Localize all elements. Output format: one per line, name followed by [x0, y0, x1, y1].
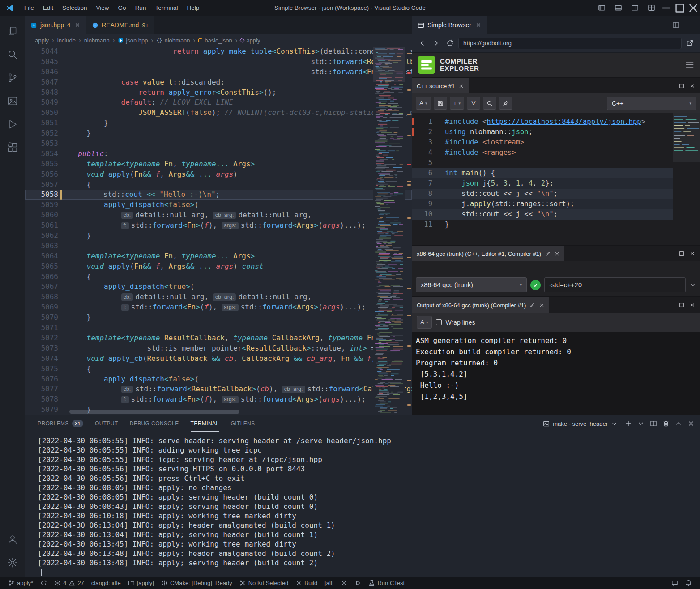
editor-line[interactable]: 5052 }: [25, 128, 412, 139]
editor-line[interactable]: 5061 f:std::forward<Fn>(f), args:std::fo…: [25, 220, 412, 231]
godbolt-source-editor[interactable]: 1#include <https://localhost:8443/apply/…: [412, 113, 700, 245]
source-line[interactable]: 7 json j{5, 3, 1, 4, 2};: [412, 178, 700, 189]
close-icon[interactable]: [74, 22, 81, 28]
source-line[interactable]: 10 std::cout << j << "\n";: [412, 209, 700, 220]
activity-search[interactable]: [2, 43, 23, 66]
toggle-secondary-sidebar-icon[interactable]: [631, 4, 639, 12]
panel-tab-problems[interactable]: PROBLEMS31: [38, 415, 83, 432]
editor-line[interactable]: 5071: [25, 323, 412, 333]
more-actions-icon[interactable]: [688, 21, 696, 29]
libraries-dropdown-icon[interactable]: [689, 281, 696, 288]
editor-line[interactable]: 5048 return apply_error<ConstThis>();: [25, 88, 412, 98]
status-launch[interactable]: [351, 577, 365, 589]
compiler-pane-tab[interactable]: x86-64 gcc (trunk) (C++, Editor #1, Comp…: [412, 246, 564, 261]
panel-tab-debug-console[interactable]: DEBUG CONSOLE: [130, 415, 179, 432]
font-size-button[interactable]: A▾: [417, 316, 432, 329]
source-line[interactable]: 2using nlohmann::json;: [412, 127, 700, 137]
rename-icon[interactable]: [545, 251, 551, 257]
editor-line[interactable]: 5064 template<typename Fn, typename... A…: [25, 251, 412, 262]
activity-settings[interactable]: [2, 551, 23, 574]
compiler-explorer-logo-icon[interactable]: [418, 56, 435, 74]
maximize-pane-icon[interactable]: [679, 250, 685, 257]
tab-simple-browser[interactable]: Simple Browser: [412, 16, 487, 34]
close-pane-icon[interactable]: [689, 83, 696, 89]
minimap[interactable]: [373, 47, 405, 415]
status-debug-target[interactable]: [337, 577, 351, 589]
source-line[interactable]: 8 std::cout << j << "\n";: [412, 189, 700, 199]
breadcrumb-item-basic_json[interactable]: basic_json: [198, 37, 232, 44]
editor-line[interactable]: 5076 apply_dispatch<false>(: [25, 374, 412, 385]
close-pane-icon[interactable]: [689, 250, 696, 257]
editor-line[interactable]: 5068 cb:detail::null_arg, cb_arg:detail:…: [25, 292, 412, 302]
status-problems[interactable]: 427: [51, 577, 88, 589]
toggle-sidebar-icon[interactable]: [598, 4, 606, 12]
source-pane-tab[interactable]: C++ source #1: [412, 78, 469, 93]
panel-tab-gitlens[interactable]: GITLENS: [230, 415, 255, 432]
terminal-profiles-icon[interactable]: [637, 420, 645, 427]
terminal-output[interactable]: [2022-04-30 06:05:55] INFO: serve_header…: [25, 432, 700, 577]
customize-layout-icon[interactable]: [648, 4, 655, 12]
editor-line[interactable]: 5072 template<typename ResultCallback, t…: [25, 333, 412, 343]
panel-tab-terminal[interactable]: TERMINAL: [191, 415, 219, 432]
editor-line[interactable]: 5060 cb:detail::null_arg, cb_arg:detail:…: [25, 210, 412, 220]
activity-run-and-debug[interactable]: [2, 113, 23, 136]
status-cmake-kit[interactable]: No Kit Selected: [236, 577, 292, 589]
editor-line[interactable]: 5055 template<typename Fn, typename... A…: [25, 159, 412, 169]
breadcrumb-item-nlohmann[interactable]: nlohmann: [84, 37, 110, 44]
breadcrumb-item-apply[interactable]: apply: [35, 37, 49, 44]
activity-source-control[interactable]: [2, 66, 23, 89]
status-cmake-target[interactable]: [all]: [321, 577, 337, 589]
editor-line[interactable]: 5058 std::cout << "Hello :-)\n";: [25, 190, 412, 200]
maximize-icon[interactable]: [673, 0, 687, 16]
language-select[interactable]: C++ ▾: [607, 97, 696, 110]
editor-line[interactable]: 5074 void apply_cb(ResultCallback && cb,…: [25, 354, 412, 364]
editor-line[interactable]: 5062 }: [25, 231, 412, 241]
breadcrumb-item-json.hpp[interactable]: json.hpp: [118, 37, 148, 44]
editor-line[interactable]: 5067 apply_dispatch<true>(: [25, 282, 412, 292]
status-cmake-status[interactable]: CMake: [Debug]: Ready: [158, 577, 236, 589]
editor-line[interactable]: 5045 std::forward<ResultCallback>(cb),: [25, 57, 412, 67]
forward-icon[interactable]: [432, 39, 440, 47]
editor-line[interactable]: 5070 }: [25, 313, 412, 323]
status-feedback[interactable]: [668, 577, 682, 589]
close-icon[interactable]: [539, 302, 545, 308]
status-git-branch[interactable]: apply*: [4, 577, 37, 589]
breadcrumb-item-nlohmann[interactable]: {}nlohmann: [156, 37, 190, 44]
vim-mode-button[interactable]: V: [467, 97, 480, 110]
editor-line[interactable]: 5046 std::forward<Fn>(fn), std::forward<…: [25, 67, 412, 77]
close-window-icon[interactable]: [687, 0, 700, 16]
editor-line[interactable]: 5057 {: [25, 180, 412, 190]
editor-line[interactable]: 5073 std::is_member_pointer<ResultCallba…: [25, 343, 412, 354]
terminal-instance[interactable]: make - serve_header: [541, 420, 619, 427]
output-pane-tab[interactable]: Output of x86-64 gcc (trunk) (Compiler #…: [412, 297, 549, 313]
activity-explorer[interactable]: [2, 20, 23, 43]
source-line[interactable]: 1#include <https://localhost:8443/apply/…: [412, 117, 700, 127]
source-line[interactable]: 4#include <ranges>: [412, 148, 700, 158]
status-clangd-status[interactable]: clangd: idle: [88, 577, 124, 589]
maximize-panel-icon[interactable]: [675, 420, 682, 427]
maximize-pane-icon[interactable]: [679, 83, 685, 89]
editor-line[interactable]: 5053: [25, 139, 412, 149]
source-line[interactable]: 6int main() {: [412, 168, 700, 178]
editor-line[interactable]: 5069 f:std::forward<Fn>(f), args:std::fo…: [25, 302, 412, 313]
close-icon[interactable]: [458, 83, 464, 89]
source-line[interactable]: 3#include <iostream>: [412, 137, 700, 148]
activity-accounts[interactable]: [2, 528, 23, 551]
breadcrumb-item-apply[interactable]: apply: [240, 37, 260, 44]
status-cmake-build[interactable]: Build: [292, 577, 321, 589]
close-icon[interactable]: [554, 251, 560, 257]
panel-tab-output[interactable]: OUTPUT: [95, 415, 118, 432]
search-button[interactable]: [483, 97, 496, 110]
more-actions-icon[interactable]: [400, 21, 407, 29]
new-terminal-icon[interactable]: [625, 420, 632, 427]
tab-readme.md[interactable]: README.md9+: [86, 16, 154, 34]
editor-line[interactable]: 5063: [25, 241, 412, 251]
kill-terminal-icon[interactable]: [662, 420, 670, 427]
menu-terminal[interactable]: Terminal: [150, 0, 182, 16]
rename-icon[interactable]: [529, 302, 535, 308]
menu-edit[interactable]: Edit: [38, 0, 58, 16]
source-line[interactable]: 5: [412, 158, 700, 168]
editor-line[interactable]: 5066 {: [25, 272, 412, 282]
url-input[interactable]: https://godbolt.org: [458, 38, 682, 49]
editor-line[interactable]: 5047 case value_t::discarded:: [25, 77, 412, 88]
